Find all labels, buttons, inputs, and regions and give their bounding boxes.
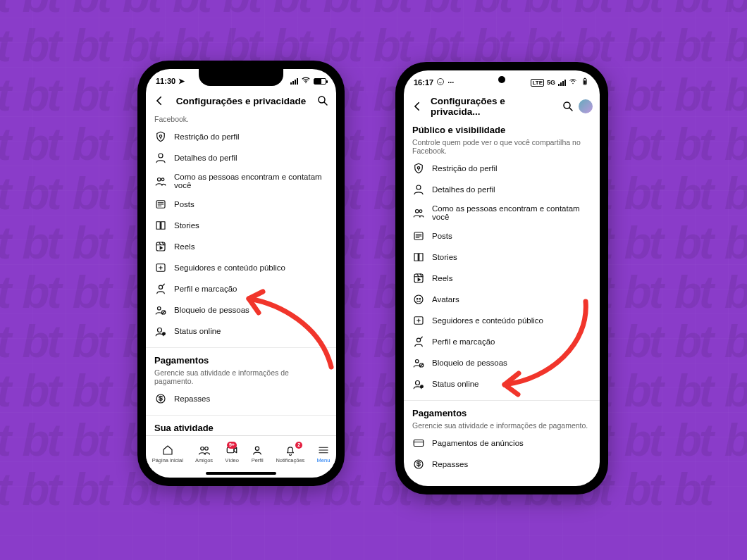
settings-row-label: Perfil e marcação bbox=[174, 285, 237, 293]
tab-label: Perfil bbox=[252, 457, 264, 463]
phone-iphone: 11:30 ➤ Configurações e privacidade Face… bbox=[137, 61, 345, 486]
settings-row-label: Posts bbox=[174, 200, 195, 209]
online-icon bbox=[412, 378, 425, 390]
svg-point-26 bbox=[416, 185, 421, 189]
tab-profile[interactable]: Perfil bbox=[251, 444, 264, 463]
settings-row-online[interactable]: Status online bbox=[412, 373, 591, 394]
tab-home[interactable]: Página inicial bbox=[152, 444, 183, 463]
svg-point-3 bbox=[159, 154, 163, 158]
network-type: 5G bbox=[547, 79, 555, 86]
wifi-icon bbox=[569, 77, 577, 87]
user-icon bbox=[412, 183, 425, 196]
svg-point-35 bbox=[416, 338, 420, 342]
settings-row-label: Status online bbox=[174, 327, 221, 335]
tab-label: Menu bbox=[317, 457, 331, 463]
settings-row-followers[interactable]: Seguidores e conteúdo público bbox=[154, 257, 328, 278]
settings-row-tag[interactable]: Perfil e marcação bbox=[154, 278, 328, 299]
settings-row-label: Como as pessoas encontram e contatam voc… bbox=[432, 204, 591, 221]
user-icon bbox=[154, 151, 167, 164]
settings-row-user[interactable]: Detalhes do perfil bbox=[412, 179, 591, 200]
settings-row-dollar[interactable]: Repasses bbox=[154, 388, 328, 409]
divider bbox=[146, 415, 336, 416]
settings-row-post[interactable]: Posts bbox=[412, 225, 591, 247]
settings-row-label: Bloqueio de pessoas bbox=[174, 306, 249, 314]
settings-row-dollar[interactable]: Repasses bbox=[412, 454, 591, 475]
settings-row-shield[interactable]: Restrição do perfil bbox=[412, 158, 591, 179]
divider bbox=[404, 400, 600, 401]
svg-point-28 bbox=[419, 210, 422, 213]
tab-bell[interactable]: Notificações2 bbox=[276, 444, 304, 463]
svg-point-39 bbox=[421, 385, 424, 388]
battery-icon bbox=[580, 77, 590, 88]
section-head-payments: Pagamentos bbox=[412, 408, 591, 418]
settings-row-online[interactable]: Status online bbox=[154, 321, 328, 342]
settings-row-followers[interactable]: Seguidores e conteúdo público bbox=[412, 310, 591, 331]
tab-badge: 9+ bbox=[227, 442, 237, 449]
back-button[interactable] bbox=[411, 100, 424, 113]
settings-row-reels[interactable]: Reels bbox=[412, 268, 591, 289]
section-head-visibility: Público e visibilidade bbox=[412, 125, 591, 135]
section-sub-payments: Gerencie sua atividade e informações de … bbox=[154, 368, 328, 385]
settings-row-post[interactable]: Posts bbox=[154, 194, 328, 215]
book-icon bbox=[154, 219, 167, 232]
settings-row-label: Posts bbox=[432, 232, 452, 240]
settings-row-tag[interactable]: Perfil e marcação bbox=[412, 331, 591, 352]
svg-point-0 bbox=[305, 82, 307, 84]
settings-row-label: Stories bbox=[174, 221, 199, 230]
settings-row-people[interactable]: Como as pessoas encontram e contatam voc… bbox=[412, 200, 591, 225]
settings-scroll[interactable]: Facebook. Restrição do perfilDetalhes do… bbox=[146, 112, 336, 435]
profile-avatar-button[interactable] bbox=[579, 99, 593, 113]
iphone-notch bbox=[199, 69, 283, 86]
svg-rect-23 bbox=[584, 80, 586, 84]
tab-friends[interactable]: Amigos bbox=[195, 444, 213, 463]
settings-row-label: Restrição do perfil bbox=[432, 164, 498, 173]
settings-row-label: Status online bbox=[432, 380, 479, 388]
search-button[interactable] bbox=[562, 100, 574, 113]
settings-row-user[interactable]: Detalhes do perfil bbox=[154, 147, 328, 168]
svg-point-15 bbox=[200, 447, 204, 450]
dollar-icon bbox=[412, 458, 425, 471]
block-icon bbox=[412, 356, 425, 369]
settings-row-label: Restrição do perfil bbox=[174, 132, 240, 141]
settings-row-card[interactable]: Pagamentos de anúncios bbox=[412, 433, 591, 454]
settings-row-shield[interactable]: Restrição do perfil bbox=[154, 126, 328, 147]
tab-bar: Página inicialAmigosVídeo9+PerfilNotific… bbox=[146, 435, 336, 471]
tab-label: Página inicial bbox=[152, 457, 183, 463]
settings-row-block[interactable]: Bloqueio de pessoas bbox=[154, 299, 328, 321]
shield-icon bbox=[154, 130, 167, 143]
svg-point-31 bbox=[414, 295, 423, 304]
settings-row-label: Reels bbox=[432, 274, 452, 282]
reels-icon bbox=[154, 240, 167, 253]
tab-label: Notificações bbox=[276, 457, 304, 463]
tab-menu[interactable]: Menu bbox=[317, 444, 331, 463]
more-notifications: ··· bbox=[447, 78, 454, 87]
followers-icon bbox=[154, 261, 167, 274]
settings-row-people[interactable]: Como as pessoas encontram e contatam voc… bbox=[154, 168, 328, 194]
tab-video[interactable]: Vídeo9+ bbox=[225, 444, 239, 463]
search-button[interactable] bbox=[316, 94, 329, 107]
background-pattern bbox=[0, 0, 747, 560]
svg-point-19 bbox=[438, 79, 444, 85]
settings-row-reels[interactable]: Reels bbox=[154, 236, 328, 257]
reels-icon bbox=[412, 272, 425, 285]
signal-icon bbox=[290, 78, 298, 85]
home-indicator[interactable] bbox=[206, 472, 276, 475]
settings-row-block[interactable]: Bloqueio de pessoas bbox=[412, 352, 591, 373]
whatsapp-icon bbox=[436, 77, 445, 87]
back-button[interactable] bbox=[153, 94, 166, 107]
svg-point-5 bbox=[161, 178, 164, 181]
settings-row-book[interactable]: Stories bbox=[154, 215, 328, 236]
camera-punch bbox=[498, 76, 505, 83]
settings-scroll[interactable]: Público e visibilidade Controle quem pod… bbox=[404, 122, 600, 486]
settings-row-avatar[interactable]: Avatars bbox=[412, 289, 591, 310]
settings-row-label: Repasses bbox=[432, 460, 468, 468]
svg-point-10 bbox=[158, 307, 161, 311]
divider bbox=[146, 347, 336, 348]
settings-row-label: Stories bbox=[432, 253, 457, 261]
section-subtext: Facebook. bbox=[154, 115, 328, 123]
page-header: Configurações e privacida... bbox=[404, 92, 600, 122]
phone-android: 16:17 ··· LTE 5G Co bbox=[395, 62, 608, 494]
screen-iphone: 11:30 ➤ Configurações e privacidade Face… bbox=[146, 69, 336, 478]
settings-row-book[interactable]: Stories bbox=[412, 247, 591, 268]
battery-icon bbox=[314, 78, 326, 85]
